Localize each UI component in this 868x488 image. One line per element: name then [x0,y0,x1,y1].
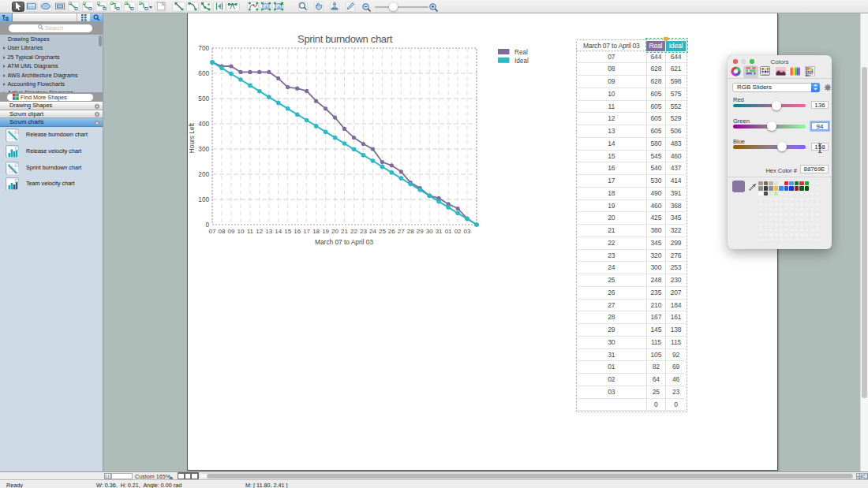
svg-text:02: 02 [455,228,462,235]
svg-text:12: 12 [256,228,263,235]
svg-text:01: 01 [445,228,452,235]
svg-text:600: 600 [198,70,209,77]
svg-text:18: 18 [312,228,320,235]
svg-text:31: 31 [436,228,443,235]
svg-text:30: 30 [426,228,433,235]
svg-text:March 07 to April 03: March 07 to April 03 [315,238,373,246]
svg-text:25: 25 [379,228,386,235]
svg-text:15: 15 [284,228,291,235]
svg-text:400: 400 [198,121,209,128]
svg-text:22: 22 [350,228,357,235]
svg-text:13: 13 [265,228,272,235]
svg-text:10: 10 [237,228,244,235]
svg-text:19: 19 [322,228,329,235]
svg-text:07: 07 [209,228,216,235]
svg-text:24: 24 [369,228,376,235]
svg-text:29: 29 [417,228,424,235]
svg-text:Hours Left: Hours Left [188,122,196,153]
svg-text:28: 28 [407,228,414,235]
svg-text:100: 100 [198,196,209,203]
svg-text:26: 26 [388,228,395,235]
svg-text:23: 23 [360,228,367,235]
svg-text:11: 11 [247,228,254,235]
svg-text:21: 21 [341,228,348,235]
svg-text:14: 14 [275,228,282,235]
svg-text:Ideal: Ideal [514,58,529,65]
svg-text:Real: Real [514,49,528,56]
svg-text:20: 20 [331,228,339,235]
svg-text:500: 500 [198,95,209,102]
svg-text:17: 17 [303,228,310,235]
svg-text:700: 700 [198,45,209,52]
svg-text:09: 09 [227,228,234,235]
svg-text:300: 300 [198,146,209,153]
svg-text:200: 200 [198,171,209,178]
svg-text:Sprint burndown chart: Sprint burndown chart [297,33,393,45]
svg-text:16: 16 [294,228,301,235]
svg-text:27: 27 [398,228,405,235]
svg-text:03: 03 [464,228,471,235]
svg-text:08: 08 [219,228,226,235]
